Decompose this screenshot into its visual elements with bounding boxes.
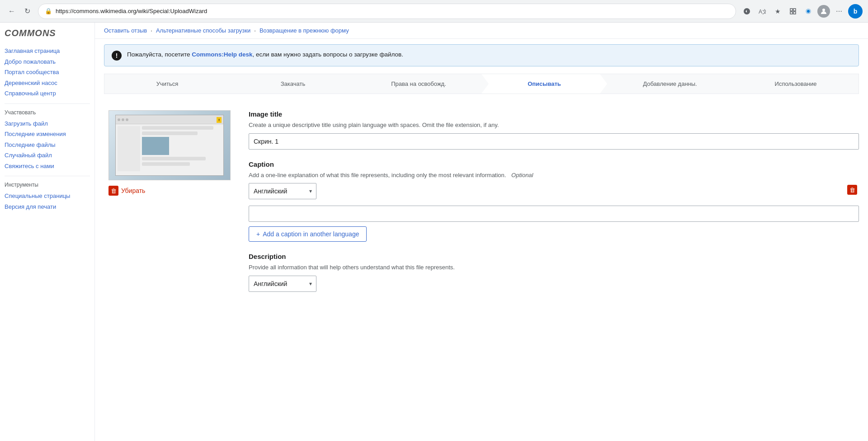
ss-row-2 (142, 131, 198, 135)
topbar-link-alt-upload[interactable]: Альтернативные способы загрузки (156, 27, 250, 34)
image-title-group: Image title Create a unique descriptive … (249, 110, 859, 150)
ss-row-1 (142, 126, 213, 130)
ss-img-sim (142, 137, 169, 155)
topbar-sep-1: · (151, 27, 152, 34)
back-button[interactable]: ← (5, 5, 18, 18)
add-caption-button[interactable]: + Add a caption in another language (249, 226, 367, 242)
description-label: Description (249, 253, 859, 260)
profile-button[interactable] (817, 5, 830, 18)
add-caption-icon: + (256, 230, 260, 238)
wizard-step-release-label: Права на освобожд. (391, 80, 446, 87)
sidebar-link-pump[interactable]: Деревенский насос (5, 78, 90, 89)
form-fields: Image title Create a unique descriptive … (249, 110, 859, 303)
translate-button[interactable]: A文 (756, 5, 769, 18)
caption-group: Caption Add a one-line explanation of wh… (249, 160, 859, 242)
banner-text-after: , если вам нужно задать вопросы о загруз… (252, 51, 403, 58)
svg-rect-2 (793, 9, 796, 11)
address-bar[interactable]: 🔒 https://commons.wikimedia.org/wiki/Spe… (38, 4, 736, 19)
topbar-sep-2: · (254, 27, 256, 34)
browser-actions: A文 ★ ⋯ b (741, 4, 863, 19)
ss-main-sim (142, 126, 222, 171)
browser-chrome: ← ↻ 🔒 https://commons.wikimedia.org/wiki… (0, 0, 868, 23)
ss-dot-3 (126, 118, 128, 121)
ss-row-4 (142, 162, 190, 166)
svg-text:A文: A文 (759, 9, 766, 15)
tools-title: Инструменты (5, 182, 90, 188)
svg-rect-1 (790, 9, 793, 11)
favorites-button[interactable]: ★ (771, 5, 784, 18)
wizard-step-upload[interactable]: Закачать (230, 74, 356, 94)
ss-sidebar-sim (118, 126, 140, 171)
sidebar: Commons Заглавная страница Добро пожалов… (0, 23, 95, 441)
caption-optional: Optional (511, 172, 533, 178)
wizard-step-learn[interactable]: Учиться (104, 74, 230, 94)
sidebar-link-upload[interactable]: Загрузить файл (5, 118, 90, 129)
image-preview-section: ! 🗑 Убирать (108, 110, 235, 303)
topbar-link-old-form[interactable]: Возвращение в прежнюю форму (259, 27, 349, 34)
caption-delete-button[interactable]: 🗑 (845, 183, 859, 197)
image-title-input[interactable] (249, 133, 859, 150)
caption-trash-icon: 🗑 (847, 185, 857, 195)
wizard-steps: Учиться Закачать Права на освобожд. Опис… (104, 74, 859, 94)
sidebar-link-welcome[interactable]: Добро пожаловать (5, 56, 90, 67)
sidebar-link-recent-files[interactable]: Последние файлы (5, 140, 90, 150)
wizard-step-use[interactable]: Использование (733, 74, 859, 94)
svg-point-6 (822, 9, 825, 11)
caption-language-select[interactable]: Английский Русский Deutsch Français Espa… (249, 183, 316, 199)
copilot-button[interactable] (802, 5, 815, 18)
sidebar-divider-1 (5, 103, 90, 104)
sidebar-link-recent-changes[interactable]: Последние изменения (5, 129, 90, 140)
wizard-step-use-label: Использование (775, 80, 817, 87)
topbar-link-feedback[interactable]: Оставить отзыв (104, 27, 147, 34)
participate-title: Участвовать (5, 109, 90, 116)
read-aloud-button[interactable] (741, 5, 753, 18)
caption-label: Caption (249, 160, 859, 168)
image-preview-inner: ! (109, 111, 230, 180)
form-area: ! 🗑 Убирать Image title Create a unique … (95, 101, 868, 312)
svg-rect-3 (790, 12, 793, 14)
caption-row: Английский Русский Deutsch Français Espa… (249, 183, 859, 199)
bing-button[interactable]: b (848, 4, 863, 19)
info-banner: ! Пожалуйста, посетите Commons:Help desk… (104, 44, 859, 66)
wizard-step-add-data[interactable]: Добавление данны. (607, 74, 733, 94)
info-icon: ! (112, 51, 122, 61)
wizard-step-add-data-label: Добавление данны. (643, 80, 697, 87)
wizard-step-describe-label: Описывать (528, 80, 561, 87)
description-language-select[interactable]: Английский Русский Deutsch Français Espa… (249, 276, 316, 292)
sidebar-link-community[interactable]: Портал сообщества (5, 67, 90, 78)
sidebar-link-main[interactable]: Заглавная страница (5, 46, 90, 56)
caption-text-input[interactable] (249, 206, 859, 222)
ss-header (116, 115, 223, 124)
wizard-step-describe[interactable]: Описывать (481, 74, 607, 94)
banner-help-link[interactable]: Commons:Help desk (192, 51, 252, 58)
desc-row: Английский Русский Deutsch Français Espa… (249, 276, 859, 292)
remove-button[interactable]: 🗑 Убирать (108, 186, 145, 196)
image-preview: ! (108, 110, 231, 180)
browser-nav-buttons: ← ↻ (5, 5, 33, 18)
wizard-step-release[interactable]: Права на освобожд. (356, 74, 481, 94)
refresh-button[interactable]: ↻ (21, 5, 33, 18)
wizard-step-upload-label: Закачать (281, 80, 305, 87)
ss-content (116, 124, 223, 173)
image-title-description: Create a unique descriptive title using … (249, 121, 859, 130)
sidebar-logo: Commons (5, 23, 90, 46)
description-group: Description Provide all information that… (249, 253, 859, 292)
top-bar: Оставить отзыв · Альтернативные способы … (95, 23, 868, 39)
sidebar-link-special-pages[interactable]: Специальные страницы (5, 191, 90, 202)
sidebar-divider-2 (5, 176, 90, 176)
more-button[interactable]: ⋯ (833, 5, 845, 18)
ss-dot-1 (118, 118, 120, 121)
image-title-label: Image title (249, 110, 859, 118)
sidebar-link-print-version[interactable]: Версия для печати (5, 202, 90, 212)
collections-button[interactable] (787, 5, 799, 18)
language-select-wrap: Английский Русский Deutsch Français Espa… (249, 183, 316, 199)
add-caption-label: Add a caption in another language (263, 230, 359, 238)
sidebar-link-help[interactable]: Справочный центр (5, 88, 90, 99)
sidebar-link-random-file[interactable]: Случайный файл (5, 150, 90, 161)
lock-icon: 🔒 (45, 8, 52, 14)
banner-text-before: Пожалуйста, посетите (127, 51, 192, 58)
screenshot-simulation: ! (115, 115, 224, 176)
sidebar-link-contact[interactable]: Свяжитесь с нами (5, 161, 90, 172)
banner-text: Пожалуйста, посетите Commons:Help desk, … (127, 50, 403, 59)
yellow-badge: ! (217, 117, 222, 123)
